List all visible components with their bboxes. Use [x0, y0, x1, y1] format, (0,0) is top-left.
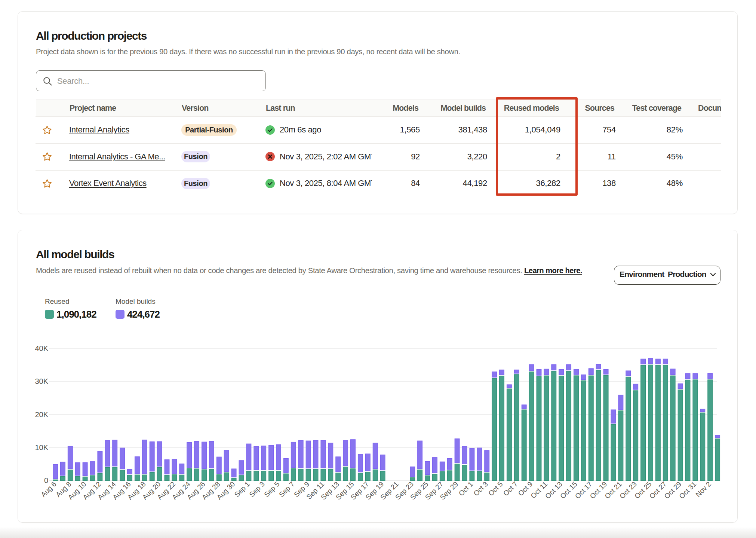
svg-text:Sep 1: Sep 1: [233, 480, 252, 499]
svg-text:Oct 1: Oct 1: [457, 480, 475, 498]
svg-text:Sep 3: Sep 3: [248, 480, 266, 499]
svg-text:30K: 30K: [35, 377, 48, 385]
svg-text:Oct 5: Oct 5: [487, 480, 504, 498]
svg-text:Oct 3: Oct 3: [472, 480, 489, 498]
svg-text:Oct 31: Oct 31: [677, 480, 698, 500]
svg-text:20K: 20K: [35, 410, 48, 419]
svg-text:40K: 40K: [35, 344, 48, 352]
svg-text:Sep 7: Sep 7: [277, 480, 296, 499]
svg-text:10K: 10K: [35, 443, 48, 452]
svg-text:Oct 7: Oct 7: [502, 480, 519, 498]
svg-text:0: 0: [44, 476, 48, 484]
svg-text:Sep 5: Sep 5: [262, 480, 281, 499]
svg-text:Nov 2: Nov 2: [694, 480, 713, 499]
svg-text:Aug 6: Aug 6: [39, 480, 58, 499]
